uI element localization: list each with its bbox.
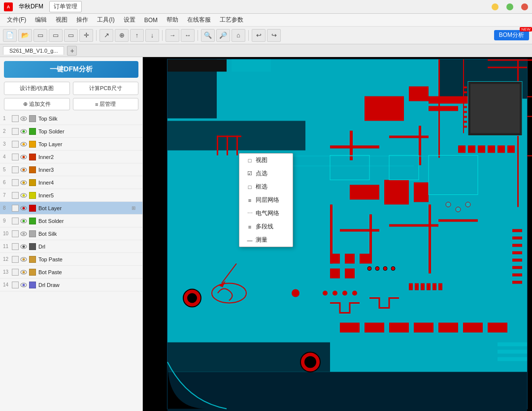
layer-row-inner5[interactable]: 7 Inner5 [0, 189, 142, 202]
layer-row-inner2[interactable]: 4 Inner2 [0, 151, 142, 163]
maximize-button[interactable] [506, 3, 513, 10]
layer-visibility-icon[interactable] [20, 154, 28, 160]
ctx-item-label: 同层网络 [256, 196, 279, 204]
menu-edit[interactable]: 编辑 [31, 15, 51, 25]
layer-row-bot-layer[interactable]: 8 Bot Layer ⊞ [0, 202, 142, 215]
expand-icon[interactable]: ⊞ [132, 205, 139, 211]
layer-row-inner3[interactable]: 5 Inner3 [0, 163, 142, 176]
context-menu-item-6[interactable]: — 测量 [239, 233, 293, 247]
layer-visibility-icon[interactable] [20, 218, 28, 224]
bom-analysis-button[interactable]: BOM分析 NEW [494, 30, 529, 40]
context-menu-item-1[interactable]: ☑ 点选 [239, 167, 293, 180]
svg-rect-51 [458, 146, 466, 153]
layer-visibility-icon[interactable] [20, 230, 28, 237]
layer-row-bot-solder[interactable]: 9 Bot Solder [0, 215, 142, 227]
layer-checkbox[interactable] [12, 230, 19, 237]
layer-row-top-silk[interactable]: 1 Top Silk [0, 112, 142, 125]
close-button[interactable] [521, 3, 528, 10]
layer-row-inner4[interactable]: 6 Inner4 [0, 176, 142, 189]
menu-view[interactable]: 视图 [52, 15, 71, 25]
layer-checkbox[interactable] [12, 269, 19, 276]
minimize-button[interactable] [492, 3, 499, 10]
add-file-button[interactable]: ⊕ 追加文件 [4, 98, 70, 110]
tool-move-right[interactable]: → [166, 29, 179, 42]
layer-visibility-icon[interactable] [20, 115, 28, 122]
layer-row-top-solder[interactable]: 2 Top Solder [0, 125, 142, 138]
tool-undo[interactable]: ↩ [252, 29, 266, 42]
design-view-button[interactable]: 设计图/仿真图 [4, 82, 70, 95]
menu-tools[interactable]: 工具(I) [93, 15, 118, 25]
layer-row-top-layer[interactable]: 3 Top Layer [0, 138, 142, 151]
tool-redo[interactable]: ↪ [267, 29, 281, 42]
layer-checkbox[interactable] [12, 218, 19, 224]
layer-mgmt-button[interactable]: ≡ 层管理 [73, 98, 139, 110]
layer-checkbox[interactable] [12, 243, 19, 250]
layer-checkbox[interactable] [12, 141, 19, 148]
calc-pcb-button[interactable]: 计算PCB尺寸 [73, 82, 139, 95]
layer-checkbox[interactable] [12, 256, 19, 263]
tool-home[interactable]: ⌂ [232, 29, 245, 42]
layer-checkbox[interactable] [12, 282, 19, 288]
menu-operate[interactable]: 操作 [72, 15, 92, 25]
menu-settings[interactable]: 设置 [120, 15, 139, 25]
layer-row-top-paste[interactable]: 12 Top Paste [0, 253, 142, 266]
menu-file[interactable]: 文件(F) [3, 15, 30, 25]
layer-visibility-icon[interactable] [20, 205, 28, 212]
context-menu-item-5[interactable]: ≡ 多段线 [239, 220, 293, 233]
tool-rect2[interactable]: ▭ [49, 29, 63, 42]
layer-visibility-icon[interactable] [20, 179, 28, 186]
layer-row-bot-silk[interactable]: 10 Bot Silk [0, 227, 142, 240]
layer-checkbox[interactable] [12, 192, 19, 199]
layer-visibility-icon[interactable] [20, 256, 28, 263]
layer-visibility-icon[interactable] [20, 243, 28, 250]
svg-rect-88 [512, 229, 522, 232]
layer-visibility-icon[interactable] [20, 282, 28, 288]
layer-row-drl-draw[interactable]: 14 Drl Draw [0, 279, 142, 291]
dfm-analysis-button[interactable]: 一键DFM分析 [4, 61, 138, 78]
tool-arrow[interactable]: ↗ [100, 29, 113, 42]
layer-visibility-icon[interactable] [20, 166, 28, 173]
canvas-area[interactable]: □ 视图 ☑ 点选 □ 框选 ≡ 同层网络 ⋯ 电气网络 ≡ 多段线 — 测量 [143, 57, 532, 411]
layer-visibility-icon[interactable] [20, 128, 28, 135]
app-logo: A [4, 2, 13, 11]
layer-checkbox[interactable] [12, 154, 19, 160]
order-mgmt-tab[interactable]: 订单管理 [49, 1, 82, 12]
menu-process[interactable]: 工艺参数 [216, 15, 247, 25]
tool-select[interactable]: ⊕ [115, 29, 129, 42]
layer-num: 8 [3, 205, 12, 211]
tool-cursor[interactable]: ✛ [79, 29, 93, 42]
tool-new[interactable]: 📄 [3, 29, 17, 42]
file-tab[interactable]: S261_MB_V1.0_g... [3, 46, 64, 55]
layer-checkbox[interactable] [12, 128, 19, 135]
layer-checkbox[interactable] [12, 166, 19, 173]
menu-help[interactable]: 帮助 [163, 15, 182, 25]
tool-rect1[interactable]: ▭ [33, 29, 47, 42]
tool-up[interactable]: ↑ [130, 29, 144, 42]
layer-visibility-icon[interactable] [20, 141, 28, 148]
context-menu-item-0[interactable]: □ 视图 [239, 154, 293, 167]
layer-row-drl[interactable]: 11 Drl [0, 240, 142, 253]
menu-online[interactable]: 在线客服 [183, 15, 215, 25]
tool-rect3[interactable]: ▭ [64, 29, 78, 42]
tool-zoom-in[interactable]: 🔍 [201, 29, 215, 42]
context-menu-item-3[interactable]: ≡ 同层网络 [239, 193, 293, 207]
svg-rect-94 [512, 274, 522, 277]
layer-row-bot-paste[interactable]: 13 Bot Paste [0, 266, 142, 279]
svg-point-104 [391, 267, 395, 271]
layer-checkbox[interactable] [12, 179, 19, 186]
tool-flip[interactable]: ↔ [181, 29, 195, 42]
tool-open[interactable]: 📂 [18, 29, 32, 42]
context-menu-item-4[interactable]: ⋯ 电气网络 [239, 207, 293, 220]
svg-rect-83 [389, 323, 409, 333]
layer-color-swatch [29, 282, 36, 288]
svg-rect-61 [463, 96, 467, 98]
add-tab-button[interactable]: + [67, 46, 77, 56]
layer-checkbox[interactable] [12, 115, 19, 122]
tool-zoom-out[interactable]: 🔎 [216, 29, 230, 42]
layer-visibility-icon[interactable] [20, 269, 28, 276]
layer-checkbox[interactable] [12, 205, 19, 212]
menu-bom[interactable]: BOM [140, 16, 162, 25]
context-menu-item-2[interactable]: □ 框选 [239, 180, 293, 193]
tool-down[interactable]: ↓ [145, 29, 159, 42]
layer-visibility-icon[interactable] [20, 192, 28, 199]
